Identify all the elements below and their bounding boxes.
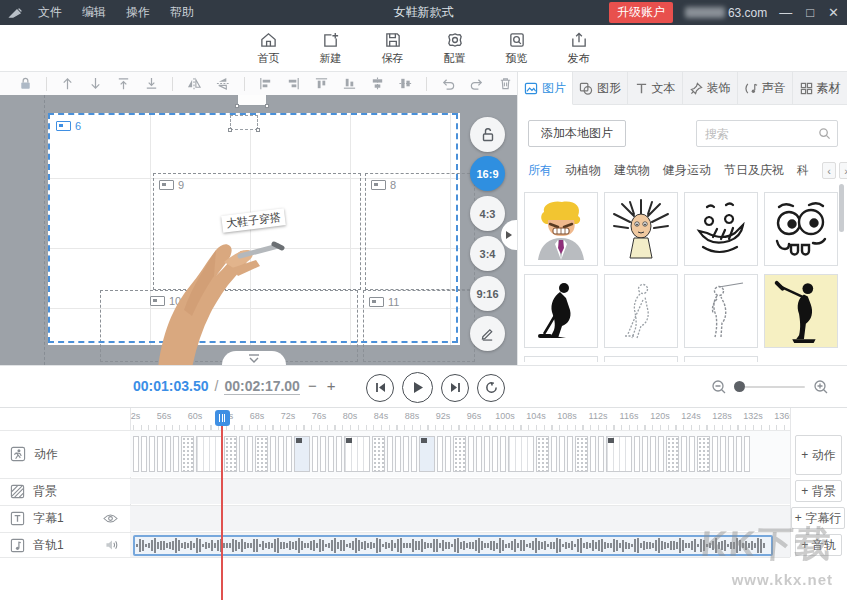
action-track-label[interactable]: 动作 bbox=[0, 431, 130, 477]
background-track-content[interactable] bbox=[130, 479, 790, 504]
category-fitness[interactable]: 健身运动 bbox=[663, 162, 711, 179]
align-center-vertical-icon[interactable] bbox=[398, 76, 413, 91]
eye-icon[interactable] bbox=[103, 513, 118, 524]
zoom-out-icon[interactable] bbox=[711, 379, 727, 395]
move-down-icon[interactable] bbox=[88, 76, 103, 91]
add-action-button[interactable]: + 动作 bbox=[795, 435, 842, 475]
account-email[interactable]: 63.com bbox=[685, 6, 767, 20]
search-input[interactable] bbox=[696, 120, 838, 147]
config-button[interactable]: 配置 bbox=[432, 31, 478, 66]
audio-clip[interactable] bbox=[133, 535, 773, 556]
subtitle-track-label[interactable]: 字幕1 bbox=[0, 506, 130, 531]
small-selected-element[interactable] bbox=[237, 95, 267, 106]
search-icon[interactable] bbox=[818, 127, 831, 140]
canvas-collapse-handle[interactable] bbox=[222, 351, 286, 365]
flip-vertical-icon[interactable] bbox=[215, 76, 231, 91]
panel-scrollbar[interactable] bbox=[839, 184, 844, 232]
redo-icon[interactable] bbox=[469, 76, 485, 91]
menu-operate[interactable]: 操作 bbox=[126, 4, 150, 21]
category-tech-truncated[interactable]: 科 bbox=[797, 162, 809, 179]
frame-label-11[interactable]: 11 bbox=[369, 296, 399, 308]
canvas-lock-button[interactable] bbox=[470, 117, 505, 152]
audio-track-label[interactable]: 音轨1 bbox=[0, 533, 130, 557]
total-duration[interactable]: 00:02:17.00 bbox=[224, 378, 300, 395]
align-left-icon[interactable] bbox=[258, 76, 273, 91]
add-background-button[interactable]: + 背景 bbox=[795, 480, 842, 502]
clipart-golfer-sketch[interactable] bbox=[604, 274, 678, 348]
align-top-icon[interactable] bbox=[314, 76, 329, 91]
ratio-4-3-button[interactable]: 4:3 bbox=[470, 196, 505, 231]
category-scroll-left-button[interactable]: ‹ bbox=[822, 162, 836, 179]
tab-text[interactable]: 文本 bbox=[628, 72, 683, 104]
background-track-label[interactable]: 背景 bbox=[0, 479, 130, 504]
duration-decrease-button[interactable]: − bbox=[306, 377, 319, 394]
zoom-in-icon[interactable] bbox=[813, 379, 829, 395]
maximize-button[interactable]: □ bbox=[806, 5, 814, 20]
tab-images[interactable]: 图片 bbox=[518, 72, 573, 105]
minimize-button[interactable]: — bbox=[779, 5, 792, 20]
menu-help[interactable]: 帮助 bbox=[170, 4, 194, 21]
undo-icon[interactable] bbox=[440, 76, 456, 91]
align-center-horizontal-icon[interactable] bbox=[370, 76, 385, 91]
frame-label-6[interactable]: 6 bbox=[56, 120, 81, 132]
home-button[interactable]: 首页 bbox=[246, 31, 292, 66]
upgrade-account-button[interactable]: 升级账户 bbox=[609, 2, 673, 23]
play-button[interactable] bbox=[402, 372, 433, 403]
speaker-icon[interactable] bbox=[105, 539, 118, 551]
tab-sound[interactable]: 声音 bbox=[738, 72, 793, 104]
close-button[interactable]: ✕ bbox=[828, 5, 839, 20]
move-to-top-icon[interactable] bbox=[116, 76, 131, 91]
tab-decoration[interactable]: 装饰 bbox=[683, 72, 738, 104]
clipart-golfer-swing[interactable] bbox=[684, 274, 758, 348]
move-up-icon[interactable] bbox=[60, 76, 75, 91]
preview-button[interactable]: 预览 bbox=[494, 31, 540, 66]
category-all[interactable]: 所有 bbox=[528, 162, 552, 179]
add-audio-track-button[interactable]: + 音轨 bbox=[795, 534, 842, 556]
audio-track-content[interactable] bbox=[130, 533, 790, 557]
duration-increase-button[interactable]: + bbox=[325, 377, 338, 394]
frame-label-8[interactable]: 8 bbox=[371, 179, 396, 191]
clipart-partial-row[interactable] bbox=[684, 356, 758, 362]
clipart-partial-row[interactable] bbox=[604, 356, 678, 362]
action-track-content[interactable] bbox=[130, 431, 790, 477]
clipart-golfer-yellow[interactable] bbox=[764, 274, 838, 348]
align-bottom-icon[interactable] bbox=[342, 76, 357, 91]
frame-label-9[interactable]: 9 bbox=[159, 179, 184, 191]
ratio-16-9-button[interactable]: 16:9 bbox=[470, 156, 505, 191]
category-scroll-right-button[interactable]: › bbox=[839, 162, 847, 179]
clipart-partial-row[interactable] bbox=[524, 356, 598, 362]
flip-horizontal-icon[interactable] bbox=[186, 76, 202, 91]
loop-button[interactable] bbox=[477, 374, 505, 402]
skip-to-start-button[interactable] bbox=[366, 374, 394, 402]
align-right-icon[interactable] bbox=[286, 76, 301, 91]
canvas-area[interactable]: 6 9 8 10 11 bbox=[0, 95, 517, 365]
clipart-angry-businessman[interactable] bbox=[524, 192, 598, 266]
menu-edit[interactable]: 编辑 bbox=[82, 4, 106, 21]
ratio-3-4-button[interactable]: 3:4 bbox=[470, 236, 505, 271]
skip-to-end-button[interactable] bbox=[441, 374, 469, 402]
category-festival[interactable]: 节日及庆祝 bbox=[724, 162, 784, 179]
clipart-big-eyes[interactable] bbox=[764, 192, 838, 266]
move-to-bottom-icon[interactable] bbox=[144, 76, 159, 91]
tab-shapes[interactable]: 图形 bbox=[573, 72, 628, 104]
clipart-messy-hair[interactable] bbox=[604, 192, 678, 266]
save-button[interactable]: 保存 bbox=[370, 31, 416, 66]
playhead-marker[interactable] bbox=[215, 410, 230, 426]
zoom-slider[interactable] bbox=[735, 386, 805, 388]
publish-button[interactable]: 发布 bbox=[556, 31, 602, 66]
add-local-image-button[interactable]: 添加本地图片 bbox=[528, 120, 626, 147]
add-subtitle-row-button[interactable]: + 字幕行 bbox=[791, 507, 845, 529]
lock-icon[interactable] bbox=[18, 76, 33, 91]
small-dashed-element[interactable] bbox=[230, 115, 258, 130]
clipart-golfer-putting[interactable] bbox=[524, 274, 598, 348]
custom-ratio-button[interactable] bbox=[470, 316, 505, 351]
category-buildings[interactable]: 建筑物 bbox=[614, 162, 650, 179]
clipart-smile-sketch[interactable] bbox=[684, 192, 758, 266]
zoom-slider-knob[interactable] bbox=[734, 381, 745, 392]
delete-icon[interactable] bbox=[498, 76, 513, 91]
category-animals-plants[interactable]: 动植物 bbox=[565, 162, 601, 179]
subtitle-track-content[interactable] bbox=[130, 506, 790, 531]
tab-assets[interactable]: 素材 bbox=[793, 72, 847, 104]
ratio-9-16-button[interactable]: 9:16 bbox=[470, 276, 505, 311]
menu-file[interactable]: 文件 bbox=[38, 4, 62, 21]
